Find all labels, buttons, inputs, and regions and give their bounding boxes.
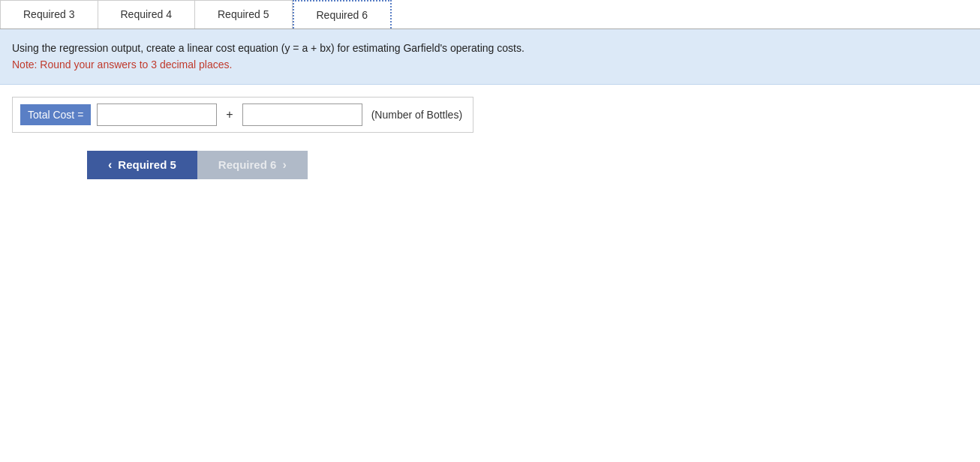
nav-buttons: ‹ Required 5 Required 6 › <box>87 151 968 179</box>
tab-bar: Required 3 Required 4 Required 5 Require… <box>0 0 980 29</box>
number-of-bottles-label: (Number of Bottles) <box>368 109 465 121</box>
page-wrapper: Required 3 Required 4 Required 5 Require… <box>0 0 980 462</box>
prev-button-label: Required 5 <box>118 158 176 171</box>
next-button[interactable]: Required 6 › <box>197 151 308 179</box>
prev-chevron-icon: ‹ <box>108 158 112 172</box>
tab-required4[interactable]: Required 4 <box>98 0 196 28</box>
tab-required5[interactable]: Required 5 <box>195 0 293 28</box>
tab-required3[interactable]: Required 3 <box>0 0 98 28</box>
tab-required6[interactable]: Required 6 <box>293 0 392 28</box>
instruction-box: Using the regression output, create a li… <box>0 29 980 85</box>
next-button-label: Required 6 <box>218 158 277 171</box>
intercept-input[interactable] <box>97 104 217 126</box>
plus-sign: + <box>223 108 236 122</box>
content-area: Total Cost = + (Number of Bottles) ‹ Req… <box>0 85 980 191</box>
instruction-main-text: Using the regression output, create a li… <box>12 40 968 56</box>
slope-input[interactable] <box>242 104 362 126</box>
prev-button[interactable]: ‹ Required 5 <box>87 151 197 179</box>
next-chevron-icon: › <box>282 158 286 172</box>
equation-row: Total Cost = + (Number of Bottles) <box>12 97 473 133</box>
instruction-note-text: Note: Round your answers to 3 decimal pl… <box>12 56 968 73</box>
total-cost-label: Total Cost = <box>20 104 91 125</box>
